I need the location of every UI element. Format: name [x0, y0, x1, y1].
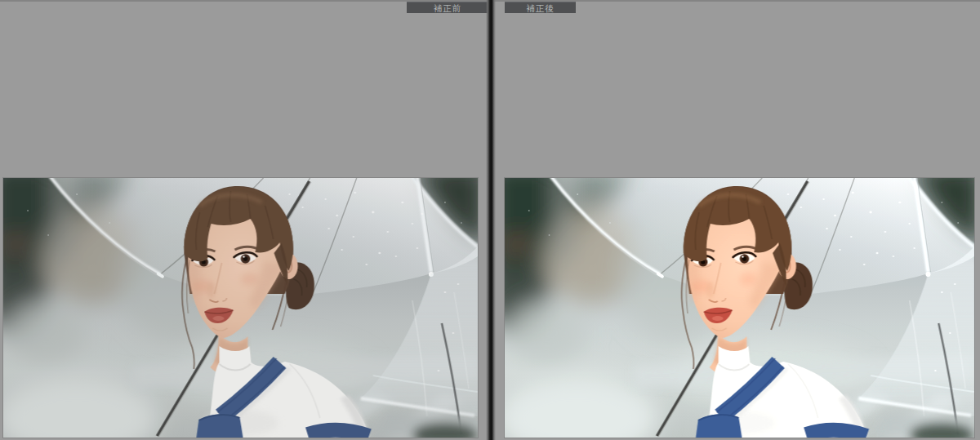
after-label-tab: 補正後 — [505, 2, 576, 13]
photo-after[interactable] — [505, 178, 974, 438]
photo-before[interactable] — [3, 178, 478, 438]
before-label-tab: 補正前 — [407, 2, 488, 13]
panel-divider — [486, 0, 496, 440]
after-photo-image — [505, 178, 974, 438]
before-photo-image — [3, 178, 478, 438]
compare-view: 補正前 補正後 — [0, 0, 980, 440]
after-label: 補正後 — [526, 3, 555, 13]
before-label: 補正前 — [434, 3, 462, 13]
